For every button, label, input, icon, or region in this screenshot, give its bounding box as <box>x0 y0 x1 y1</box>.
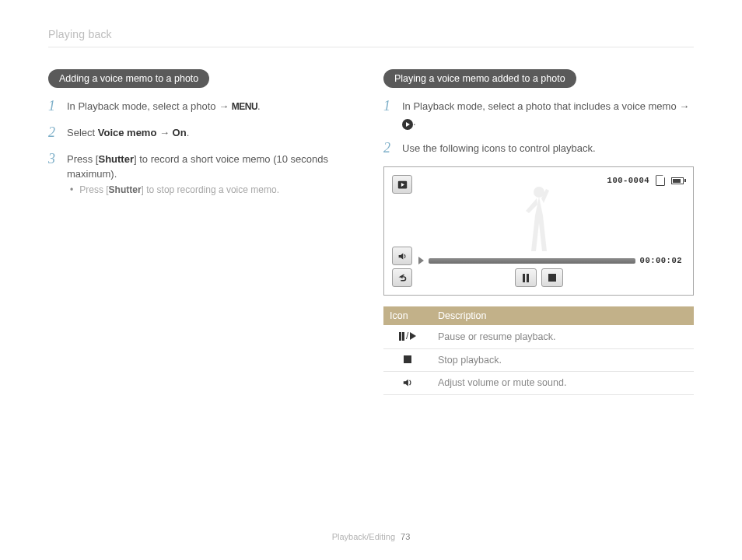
icon-description-table: Icon Description / Pause or resume playb… <box>383 306 694 395</box>
cell-desc: Stop playback. <box>432 348 694 371</box>
table-row: Adjust volume or mute sound. <box>383 371 694 394</box>
lcd-top-right: 100-0004 <box>607 175 684 186</box>
cell-icon <box>383 371 432 394</box>
pause-play-icon: / <box>399 331 417 341</box>
heading-pill-left: Adding a voice memo to a photo <box>48 69 209 88</box>
bold-text: Shutter <box>109 184 142 195</box>
step-number: 1 <box>48 99 59 114</box>
step-text: In Playback mode, select a photo that in… <box>402 99 694 130</box>
svg-marker-4 <box>400 275 402 278</box>
battery-icon <box>671 177 684 184</box>
step-number: 3 <box>48 152 59 197</box>
text: Press [ <box>67 153 98 165</box>
cell-desc: Pause or resume playback. <box>432 325 694 348</box>
menu-icon: MENU <box>232 101 257 112</box>
table-row: Stop playback. <box>383 348 694 371</box>
section-title: Playing back <box>48 28 694 40</box>
camera-lcd-screenshot: 100-0004 <box>383 166 694 296</box>
text: Press [ <box>79 184 108 195</box>
th-icon: Icon <box>383 306 432 325</box>
pause-button <box>515 268 537 287</box>
heading-pill-right: Playing a voice memo added to a photo <box>383 69 576 88</box>
step-number: 1 <box>383 99 394 130</box>
text: In Playback mode, select a photo <box>67 100 219 112</box>
step-1: 1 In Playback mode, select a photo that … <box>383 99 694 130</box>
elapsed-time: 00:00:02 <box>640 256 682 265</box>
step-text: Press [Shutter] to record a short voice … <box>67 152 359 197</box>
text: ] to stop recording a voice memo. <box>142 184 279 195</box>
progress-bar <box>429 258 635 264</box>
bold-text: On <box>173 127 187 138</box>
arrow-icon: → <box>219 100 232 112</box>
cell-icon: / <box>383 325 432 348</box>
sd-card-icon <box>656 175 665 186</box>
steps-left: 1 In Playback mode, select a photo → MEN… <box>48 99 359 197</box>
file-number: 100-0004 <box>607 176 649 185</box>
page-number: 73 <box>401 532 410 541</box>
stop-button <box>541 268 563 287</box>
bold-text: Shutter <box>98 153 134 165</box>
stop-icon <box>404 355 411 363</box>
step-text: In Playback mode, select a photo → MENU. <box>67 99 261 114</box>
text: Select <box>67 127 98 138</box>
speaker-icon <box>402 378 413 389</box>
cell-desc: Adjust volume or mute sound. <box>432 371 694 394</box>
step-text: Select Voice memo → On. <box>67 125 189 141</box>
page-footer: Playback/Editing 73 <box>0 532 742 541</box>
bold-text: Voice memo <box>98 127 157 138</box>
play-icon <box>402 119 413 130</box>
lcd-inner: 100-0004 <box>390 173 687 289</box>
cell-icon <box>383 348 432 371</box>
steps-right: 1 In Playback mode, select a photo that … <box>383 99 694 156</box>
divider <box>48 47 694 47</box>
back-button <box>392 268 412 287</box>
step-1: 1 In Playback mode, select a photo → MEN… <box>48 99 359 114</box>
text: → <box>156 127 172 138</box>
playback-mode-button <box>392 175 412 194</box>
two-column-layout: Adding a voice memo to a photo 1 In Play… <box>48 69 694 395</box>
step-2: 2 Select Voice memo → On. <box>48 125 359 141</box>
step-number: 2 <box>383 141 394 156</box>
sub-bullets: Press [Shutter] to stop recording a voic… <box>67 184 359 197</box>
control-row <box>515 268 563 287</box>
svg-marker-3 <box>398 253 403 259</box>
table-row: / Pause or resume playback. <box>383 325 694 348</box>
right-column: Playing a voice memo added to a photo 1 … <box>383 69 694 395</box>
footer-section: Playback/Editing <box>332 532 395 541</box>
play-indicator-icon <box>418 257 424 264</box>
person-silhouette <box>512 183 566 257</box>
step-2: 2 Use the following icons to control pla… <box>383 141 694 156</box>
step-number: 2 <box>48 125 59 141</box>
step-3: 3 Press [Shutter] to record a short voic… <box>48 152 359 197</box>
volume-button <box>392 247 412 265</box>
text: In Playback mode, select a photo that in… <box>402 100 689 112</box>
progress-row: 00:00:02 <box>418 256 682 265</box>
svg-marker-5 <box>404 379 408 386</box>
step-text: Use the following icons to control playb… <box>402 141 596 156</box>
left-column: Adding a voice memo to a photo 1 In Play… <box>48 69 359 395</box>
th-desc: Description <box>432 306 694 325</box>
bullet-item: Press [Shutter] to stop recording a voic… <box>70 184 359 197</box>
